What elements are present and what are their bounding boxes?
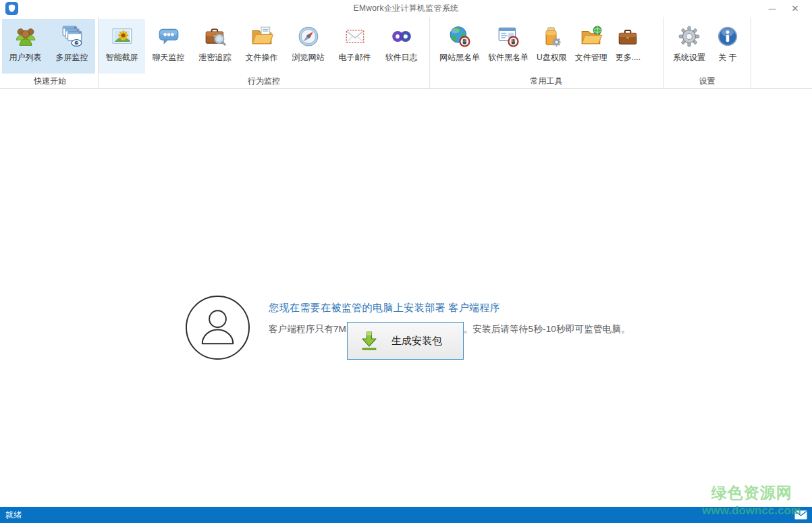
website-blacklist-icon — [448, 25, 471, 48]
ribbon-item-user-list[interactable]: 用户列表 — [2, 19, 49, 74]
ribbon-item-file-manager[interactable]: 文件管理 — [571, 19, 612, 74]
ribbon-item-website-blacklist[interactable]: 网站黑名单 — [435, 19, 484, 74]
window-controls: ─ ✕ — [761, 0, 807, 17]
ribbon-item-system-settings[interactable]: 系统设置 — [668, 19, 711, 74]
more-briefcase-icon — [616, 25, 639, 48]
ribbon-group-common-tools: 网站黑名单 — [430, 17, 664, 88]
users-icon — [14, 25, 37, 48]
deploy-heading: 您现在需要在被监管的电脑上安装部署 客户端程序 — [269, 302, 637, 314]
ribbon-item-label: 文件管理 — [575, 52, 607, 63]
client-avatar-icon — [184, 294, 251, 361]
ribbon-item-multi-screen[interactable]: 多屏监控 — [49, 19, 95, 74]
ribbon-item-software-log[interactable]: 软件日志 — [378, 19, 425, 74]
screenshot-icon — [111, 25, 134, 48]
software-blacklist-icon — [497, 25, 520, 48]
ribbon-group-label: 设置 — [664, 74, 751, 91]
file-operations-icon — [250, 25, 273, 48]
leak-trace-icon — [204, 25, 227, 48]
ribbon-group-quick-start: 用户列表 — [0, 17, 99, 88]
download-arrow-icon — [358, 330, 380, 352]
generate-button-label: 生成安装包 — [380, 335, 463, 348]
generate-installer-button[interactable]: 生成安装包 — [347, 322, 464, 360]
ribbon-item-more[interactable]: 更多.... — [612, 19, 645, 74]
usb-permission-icon — [540, 25, 563, 48]
about-info-icon — [716, 25, 739, 48]
ribbon-item-label: 聊天监控 — [153, 52, 185, 63]
title-bar: EMwork企业计算机监管系统 ─ ✕ — [0, 0, 812, 17]
ribbon-group-label: 行为监控 — [99, 74, 429, 91]
ribbon-item-leak-trace[interactable]: 泄密追踪 — [192, 19, 238, 74]
ribbon-item-label: 多屏监控 — [56, 52, 88, 63]
email-icon — [344, 25, 367, 48]
ribbon-item-label: 智能截屏 — [106, 52, 138, 63]
software-log-icon — [390, 25, 413, 48]
ribbon-item-label: 系统设置 — [673, 52, 705, 63]
ribbon-item-label: 关 于 — [718, 52, 736, 63]
status-text: 就绪 — [5, 510, 22, 521]
ribbon-group-label: 快速开始 — [2, 74, 98, 91]
close-button[interactable]: ✕ — [784, 0, 807, 17]
chat-icon — [157, 25, 180, 48]
ribbon-item-label: 电子邮件 — [339, 52, 371, 63]
browser-compass-icon — [297, 25, 320, 48]
ribbon-item-about[interactable]: 关 于 — [711, 19, 745, 74]
ribbon-group-settings: 系统设置 关 于 设置 — [664, 17, 751, 88]
status-bar: 就绪 — [0, 507, 812, 523]
app-shield-icon — [5, 2, 18, 15]
ribbon-item-file-operations[interactable]: 文件操作 — [238, 19, 285, 74]
ribbon-group-label: 常用工具 — [430, 74, 663, 91]
multi-screen-icon — [61, 25, 84, 48]
ribbon-item-smart-screenshot[interactable]: 智能截屏 — [99, 19, 145, 74]
window-title: EMwork企业计算机监管系统 — [354, 3, 459, 14]
ribbon-item-label: 用户列表 — [9, 52, 42, 63]
mail-status-icon[interactable] — [794, 510, 807, 520]
ribbon-item-chat-monitor[interactable]: 聊天监控 — [145, 19, 192, 74]
ribbon-item-browse-website[interactable]: 浏览网站 — [285, 19, 331, 74]
ribbon-item-usb-permission[interactable]: U盘权限 — [533, 19, 571, 74]
ribbon-item-label: 泄密追踪 — [199, 52, 232, 63]
app-window: EMwork企业计算机监管系统 ─ ✕ 用户列表 — [0, 0, 812, 523]
ribbon-item-software-blacklist[interactable]: 软件黑名单 — [484, 19, 533, 74]
ribbon-item-label: 软件黑名单 — [488, 52, 529, 63]
ribbon-group-behavior-monitor: 智能截屏 聊天监控 — [99, 17, 430, 88]
ribbon-item-label: U盘权限 — [537, 52, 567, 63]
settings-gear-icon — [678, 25, 701, 48]
ribbon-item-label: 文件操作 — [246, 52, 278, 63]
minimize-button[interactable]: ─ — [761, 0, 784, 17]
ribbon-item-label: 更多.... — [616, 52, 641, 63]
file-manager-icon — [580, 25, 603, 48]
ribbon-item-label: 浏览网站 — [292, 52, 325, 63]
ribbon-toolbar: 用户列表 — [0, 17, 812, 89]
ribbon-item-label: 网站黑名单 — [439, 52, 480, 63]
ribbon-item-email[interactable]: 电子邮件 — [331, 19, 378, 74]
main-content: 您现在需要在被监管的电脑上安装部署 客户端程序 客户端程序只有7MB，运行隐蔽，… — [0, 90, 812, 507]
ribbon-item-label: 软件日志 — [385, 52, 418, 63]
